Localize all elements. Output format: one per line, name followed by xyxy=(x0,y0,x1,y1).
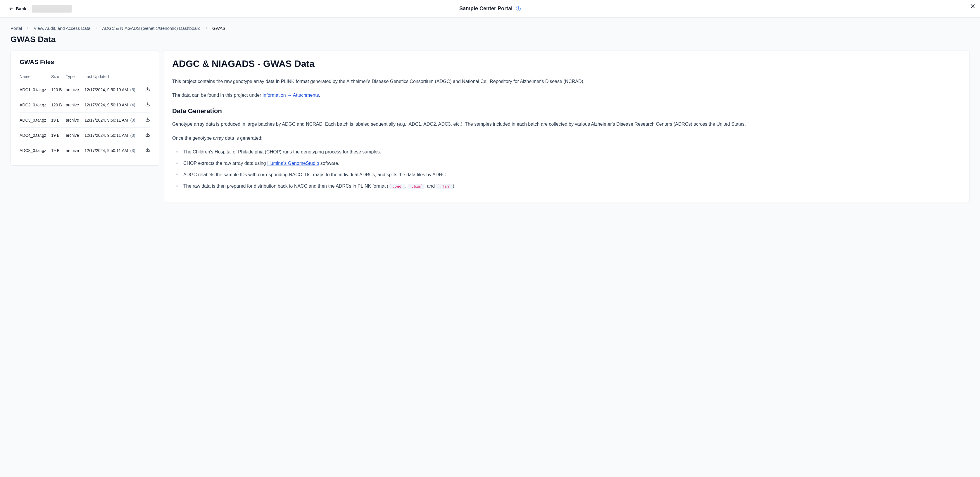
close-icon xyxy=(969,3,976,10)
doc-panel: ADGC & NIAGADS - GWAS Data This project … xyxy=(163,51,969,203)
doc-bullet-list: The Children's Hospital of Philadelphia … xyxy=(172,148,961,190)
file-rev: (3) xyxy=(130,118,135,122)
file-rev: (4) xyxy=(130,103,135,107)
file-name: ADC8_0.tar.gz xyxy=(19,148,51,153)
b4-mid1: , xyxy=(405,184,408,189)
code-bed: `.bed` xyxy=(388,184,405,189)
doc-intro-p2-prefix: The data can be found in this project un… xyxy=(172,93,262,98)
file-size: 19 B xyxy=(51,133,66,138)
b4-suffix: ). xyxy=(453,184,456,189)
placeholder-pill xyxy=(32,5,72,13)
doc-intro-p2-suffix: . xyxy=(319,93,320,98)
doc-intro-p2: The data can be found in this project un… xyxy=(172,91,961,99)
b2-suffix: software. xyxy=(319,161,339,166)
file-name: ADC3_0.tar.gz xyxy=(19,118,51,122)
file-updated: 12/17/2024, 9:50:11 AM (3) xyxy=(84,148,142,153)
col-header-type: Type xyxy=(66,74,84,79)
breadcrumb-item: GWAS xyxy=(212,26,226,31)
code-bim: `.bim` xyxy=(408,184,425,189)
b4-prefix: The raw data is then prepared for distri… xyxy=(183,184,388,189)
col-header-updated: Last Updated xyxy=(84,74,142,79)
list-item: CHOP extracts the raw array data using I… xyxy=(176,159,961,167)
file-updated: 12/17/2024, 9:50:10 AM (5) xyxy=(84,87,142,92)
file-size: 19 B xyxy=(51,148,66,153)
topbar-center: Sample Center Portal ? xyxy=(459,6,521,12)
help-icon[interactable]: ? xyxy=(516,6,521,11)
doc-datagen-p2: Once the genotype array data is generate… xyxy=(172,134,961,142)
list-item: The raw data is then prepared for distri… xyxy=(176,182,961,190)
chevron-right-icon xyxy=(26,26,30,31)
files-panel-heading: GWAS Files xyxy=(19,59,150,65)
chevron-right-icon xyxy=(205,26,208,31)
download-button[interactable] xyxy=(142,148,150,153)
arrow-left-icon xyxy=(9,6,13,11)
doc-title: ADGC & NIAGADS - GWAS Data xyxy=(172,59,961,69)
download-button[interactable] xyxy=(142,117,150,123)
genomestudio-link[interactable]: Illumina's GenomeStudio xyxy=(267,161,319,166)
file-type: archive xyxy=(66,87,84,92)
download-button[interactable] xyxy=(142,87,150,92)
table-row: ADC3_0.tar.gz19 Barchive12/17/2024, 9:50… xyxy=(19,113,150,128)
file-updated: 12/17/2024, 9:50:10 AM (4) xyxy=(84,103,142,107)
col-header-name: Name xyxy=(19,74,51,79)
file-rev: (5) xyxy=(130,87,135,92)
col-header-size: Size xyxy=(51,74,66,79)
chevron-right-icon xyxy=(94,26,98,31)
file-size: 120 B xyxy=(51,103,66,107)
breadcrumb-item[interactable]: View, Audit, and Access Data xyxy=(33,26,90,31)
table-row: ADC2_0.tar.gz120 Barchive12/17/2024, 9:5… xyxy=(19,97,150,113)
table-row: ADC1_0.tar.gz120 Barchive12/17/2024, 9:5… xyxy=(19,82,150,97)
breadcrumb-item[interactable]: ADGC & NIAGADS (Genetic/Genomic) Dashboa… xyxy=(102,26,200,31)
breadcrumb: PortalView, Audit, and Access DataADGC &… xyxy=(11,17,969,35)
file-updated: 12/17/2024, 9:50:11 AM (3) xyxy=(84,133,142,138)
file-type: archive xyxy=(66,148,84,153)
download-icon xyxy=(145,132,150,138)
file-size: 120 B xyxy=(51,87,66,92)
list-item: ADGC relabels the sample IDs with corres… xyxy=(176,171,961,178)
page-body: PortalView, Audit, and Access DataADGC &… xyxy=(0,17,980,477)
content-columns: GWAS Files Name Size Type Last Updated A… xyxy=(11,51,969,203)
download-icon xyxy=(145,148,150,153)
file-name: ADC4_0.tar.gz xyxy=(19,133,51,138)
doc-datagen-p1: Genotype array data is produced in large… xyxy=(172,120,961,128)
file-name: ADC1_0.tar.gz xyxy=(19,87,51,92)
file-rev: (3) xyxy=(130,148,135,153)
table-row: ADC8_0.tar.gz19 Barchive12/17/2024, 9:50… xyxy=(19,143,150,158)
file-updated: 12/17/2024, 9:50:11 AM (3) xyxy=(84,118,142,122)
back-button[interactable]: Back xyxy=(9,6,26,11)
file-type: archive xyxy=(66,103,84,107)
download-icon xyxy=(145,87,150,92)
list-item: The Children's Hospital of Philadelphia … xyxy=(176,148,961,156)
code-fam: `.fam` xyxy=(436,184,453,189)
files-panel: GWAS Files Name Size Type Last Updated A… xyxy=(11,51,159,166)
back-label: Back xyxy=(16,6,26,11)
table-row: ADC4_0.tar.gz19 Barchive12/17/2024, 9:50… xyxy=(19,128,150,143)
files-table: Name Size Type Last Updated ADC1_0.tar.g… xyxy=(19,71,150,158)
download-icon xyxy=(145,102,150,108)
doc-intro-p1: This project contains the raw genotype a… xyxy=(172,78,961,85)
download-button[interactable] xyxy=(142,102,150,108)
close-button[interactable] xyxy=(969,3,976,11)
file-type: archive xyxy=(66,118,84,122)
file-size: 19 B xyxy=(51,118,66,122)
b2-prefix: CHOP extracts the raw array data using xyxy=(183,161,267,166)
doc-h2-datagen: Data Generation xyxy=(172,107,961,115)
topbar: Back Sample Center Portal ? xyxy=(0,0,980,17)
breadcrumb-item[interactable]: Portal xyxy=(11,26,22,31)
download-icon xyxy=(145,117,150,123)
app-title: Sample Center Portal xyxy=(459,6,512,12)
files-table-header: Name Size Type Last Updated xyxy=(19,71,150,82)
file-rev: (3) xyxy=(130,133,135,138)
download-button[interactable] xyxy=(142,132,150,138)
file-type: archive xyxy=(66,133,84,138)
page-title: GWAS Data xyxy=(11,35,969,44)
file-name: ADC2_0.tar.gz xyxy=(19,103,51,107)
attachments-link[interactable]: Information → Attachments xyxy=(262,93,319,98)
b4-mid2: , and xyxy=(425,184,436,189)
